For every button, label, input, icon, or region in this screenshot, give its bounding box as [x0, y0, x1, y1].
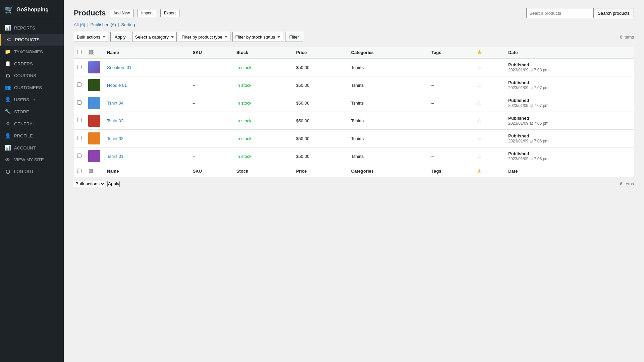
featured-star-3[interactable]: ☆ — [477, 118, 482, 124]
filter-button-top[interactable]: Filter — [285, 32, 304, 42]
row-image-4 — [85, 130, 104, 147]
select-all-checkbox-top[interactable] — [77, 50, 82, 54]
row-date-2: Published 2023/01/09 at 7:07 pm — [505, 94, 634, 112]
row-select-4[interactable] — [77, 136, 82, 140]
page-header-right: Search products — [526, 8, 634, 18]
sidebar-label-account: ACCOUNT — [14, 145, 36, 150]
product-name-link-3[interactable]: Tshirt 03 — [107, 118, 123, 123]
row-categories-1: Tshirts — [348, 76, 428, 94]
sidebar-label-products: PRODUCTS — [15, 37, 40, 42]
row-date-5: Published 2023/01/09 at 7:06 pm — [505, 147, 634, 165]
row-featured-4: ☆ — [474, 130, 505, 147]
category-select[interactable]: Select a category — [132, 32, 177, 42]
row-select-1[interactable] — [77, 82, 82, 87]
sub-nav: All (6) | Published (6) | Sorting — [74, 22, 634, 27]
tf-name: Name — [104, 165, 189, 177]
featured-star-4[interactable]: ☆ — [477, 136, 482, 141]
product-thumbnail-2 — [88, 97, 100, 109]
sidebar-item-profile[interactable]: 👤 PROFILE — [0, 130, 64, 142]
customers-icon: 👥 — [5, 84, 11, 90]
row-name-2: Tshirt 04 — [104, 94, 189, 112]
row-categories-3: Tshirts — [348, 112, 428, 130]
row-categories-5: Tshirts — [348, 147, 428, 165]
product-thumbnail-4 — [88, 132, 100, 144]
import-button[interactable]: Import — [138, 9, 156, 17]
sub-nav-sep2: | — [118, 22, 119, 27]
product-name-link-1[interactable]: Hoodie 01 — [107, 83, 127, 88]
featured-star-5[interactable]: ☆ — [477, 154, 482, 159]
row-checkbox-1 — [74, 76, 85, 94]
row-checkbox-4 — [74, 130, 85, 147]
product-name-link-2[interactable]: Tshirt 04 — [107, 101, 123, 106]
th-categories: Categories — [348, 47, 428, 59]
select-all-checkbox-bottom[interactable] — [77, 169, 82, 173]
featured-star-1[interactable]: ☆ — [477, 82, 482, 88]
table-row: Tshirt 02 – In stock $50.00 Tshirts – ☆ … — [74, 130, 634, 147]
product-name-link-0[interactable]: Sneakers 01 — [107, 65, 131, 70]
product-type-select[interactable]: Filter by product type — [179, 32, 230, 42]
filter-bar-bottom: Bulk actions Apply 6 items — [74, 181, 634, 187]
sidebar-label-general: GENERAL — [14, 121, 35, 126]
th-date: Date — [505, 47, 634, 59]
sidebar-item-customers[interactable]: 👥 CUSTOMERS — [0, 81, 64, 94]
sidebar-item-orders[interactable]: 📋 ORDERS — [0, 58, 64, 70]
sidebar-item-general[interactable]: ⚙ GENERAL — [0, 118, 64, 130]
sidebar-label-store: STORE — [14, 109, 29, 114]
row-sku-0: – — [189, 59, 233, 76]
search-button[interactable]: Search products — [593, 8, 634, 18]
sidebar-item-products[interactable]: 🏷 PRODUCTS — [0, 34, 64, 46]
apply-button-top[interactable]: Apply — [110, 32, 130, 42]
sidebar-item-users[interactable]: 👤 USERS + — [0, 94, 64, 106]
bulk-actions-select-top[interactable]: Bulk actions — [74, 32, 108, 42]
export-button[interactable]: Export — [160, 9, 179, 17]
sidebar-item-view-my-site[interactable]: 👁 VIEW MY SITE — [0, 154, 64, 166]
sidebar-label-customers: CUSTOMERS — [14, 85, 42, 90]
row-tags-4: – — [428, 130, 474, 147]
sidebar-nav: 📊 REPORTS 🏷 PRODUCTS 📁 TAXONOMIES 📋 ORDE… — [0, 19, 64, 362]
row-featured-0: ☆ — [474, 59, 505, 76]
products-icon: 🏷 — [6, 37, 12, 43]
sub-nav-sorting[interactable]: Sorting — [121, 22, 135, 27]
sub-nav-published[interactable]: Published (6) — [90, 22, 116, 27]
featured-star-2[interactable]: ☆ — [477, 100, 482, 106]
add-new-button[interactable]: Add New — [110, 9, 133, 17]
bulk-actions-select-bottom[interactable]: Bulk actions — [74, 181, 105, 187]
coupons-icon: 🎟 — [5, 73, 11, 78]
row-checkbox-5 — [74, 147, 85, 165]
row-stock-4: In stock — [233, 130, 293, 147]
sidebar-label-reports: REPORTS — [14, 25, 35, 31]
apply-button-bottom[interactable]: Apply — [107, 181, 120, 187]
product-name-link-4[interactable]: Tshirt 02 — [107, 136, 123, 141]
row-image-3 — [85, 112, 104, 130]
row-sku-5: – — [189, 147, 233, 165]
row-name-4: Tshirt 02 — [104, 130, 189, 147]
sidebar-item-store[interactable]: 🔧 STORE — [0, 106, 64, 118]
table-row: Tshirt 04 – In stock $50.00 Tshirts – ☆ … — [74, 94, 634, 112]
product-thumbnail-3 — [88, 115, 100, 127]
row-select-0[interactable] — [77, 65, 82, 69]
row-checkbox-2 — [74, 94, 85, 112]
table-row: Hoodie 01 – In stock $50.00 Tshirts – ☆ … — [74, 76, 634, 94]
account-icon: 📊 — [5, 145, 11, 151]
row-price-1: $50.00 — [293, 76, 348, 94]
row-image-1 — [85, 76, 104, 94]
row-select-3[interactable] — [77, 118, 82, 122]
row-select-5[interactable] — [77, 154, 82, 158]
th-price: Price — [293, 47, 348, 59]
row-categories-2: Tshirts — [348, 94, 428, 112]
sidebar-item-taxonomies[interactable]: 📁 TAXONOMIES — [0, 46, 64, 58]
featured-star-0[interactable]: ☆ — [477, 65, 482, 70]
image-column-footer-icon: 🖼 — [88, 168, 94, 174]
sidebar-item-reports[interactable]: 📊 REPORTS — [0, 22, 64, 34]
sidebar-item-coupons[interactable]: 🎟 COUPONS — [0, 70, 64, 81]
row-sku-3: – — [189, 112, 233, 130]
product-name-link-5[interactable]: Tshirt 01 — [107, 154, 123, 159]
search-input[interactable] — [526, 8, 593, 18]
sidebar-item-log-out[interactable]: ⏻ LOG OUT — [0, 166, 64, 177]
row-select-2[interactable] — [77, 100, 82, 105]
sub-nav-all[interactable]: All (6) — [74, 22, 85, 27]
sidebar-item-account[interactable]: 📊 ACCOUNT — [0, 142, 64, 154]
tf-featured: ★ — [474, 165, 505, 177]
tf-sku: SKU — [189, 165, 233, 177]
stock-status-select[interactable]: Filter by stock status — [232, 32, 283, 42]
